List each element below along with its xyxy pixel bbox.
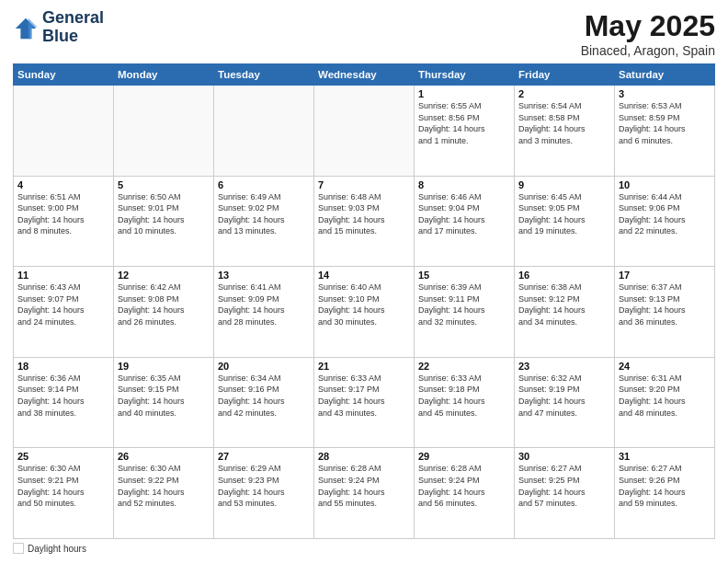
- day-info: Sunrise: 6:31 AM Sunset: 9:20 PM Dayligh…: [619, 373, 711, 419]
- calendar-cell: 19Sunrise: 6:35 AM Sunset: 9:15 PM Dayli…: [114, 357, 214, 448]
- day-info: Sunrise: 6:34 AM Sunset: 9:16 PM Dayligh…: [218, 373, 310, 419]
- calendar-cell: 15Sunrise: 6:39 AM Sunset: 9:11 PM Dayli…: [415, 267, 515, 358]
- week-row-4: 18Sunrise: 6:36 AM Sunset: 9:14 PM Dayli…: [14, 357, 715, 448]
- calendar-cell: 25Sunrise: 6:30 AM Sunset: 9:21 PM Dayli…: [14, 448, 114, 539]
- day-info: Sunrise: 6:49 AM Sunset: 9:02 PM Dayligh…: [218, 191, 310, 237]
- day-info: Sunrise: 6:28 AM Sunset: 9:24 PM Dayligh…: [418, 463, 510, 509]
- day-info: Sunrise: 6:29 AM Sunset: 9:23 PM Dayligh…: [218, 463, 310, 509]
- weekday-wednesday: Wednesday: [314, 64, 415, 86]
- weekday-thursday: Thursday: [415, 64, 515, 86]
- calendar-cell: 5Sunrise: 6:50 AM Sunset: 9:01 PM Daylig…: [114, 176, 214, 267]
- title-month: May 2025: [581, 9, 715, 43]
- day-number: 7: [318, 179, 410, 190]
- day-info: Sunrise: 6:30 AM Sunset: 9:22 PM Dayligh…: [118, 463, 210, 509]
- calendar-cell: 1Sunrise: 6:55 AM Sunset: 8:56 PM Daylig…: [415, 86, 515, 177]
- logo-line1: General: [42, 9, 104, 28]
- day-info: Sunrise: 6:27 AM Sunset: 9:26 PM Dayligh…: [619, 463, 711, 509]
- weekday-friday: Friday: [515, 64, 615, 86]
- weekday-sunday: Sunday: [14, 64, 114, 86]
- day-info: Sunrise: 6:54 AM Sunset: 8:58 PM Dayligh…: [518, 100, 610, 146]
- calendar-cell: [214, 86, 314, 177]
- day-number: 15: [418, 270, 510, 281]
- day-info: Sunrise: 6:39 AM Sunset: 9:11 PM Dayligh…: [418, 282, 510, 327]
- calendar-cell: 17Sunrise: 6:37 AM Sunset: 9:13 PM Dayli…: [615, 267, 715, 358]
- calendar-cell: [314, 86, 415, 177]
- day-info: Sunrise: 6:33 AM Sunset: 9:18 PM Dayligh…: [418, 373, 510, 419]
- day-info: Sunrise: 6:55 AM Sunset: 8:56 PM Dayligh…: [418, 100, 510, 146]
- calendar-cell: [114, 86, 214, 177]
- day-number: 19: [118, 361, 210, 372]
- calendar-cell: 10Sunrise: 6:44 AM Sunset: 9:06 PM Dayli…: [615, 176, 715, 267]
- calendar-cell: 2Sunrise: 6:54 AM Sunset: 8:58 PM Daylig…: [515, 86, 615, 177]
- daylight-legend: Daylight hours: [13, 543, 86, 554]
- week-row-1: 1Sunrise: 6:55 AM Sunset: 8:56 PM Daylig…: [14, 86, 715, 177]
- footer: Daylight hours: [13, 543, 715, 554]
- weekday-monday: Monday: [114, 64, 214, 86]
- day-number: 9: [518, 179, 610, 190]
- calendar-cell: 4Sunrise: 6:51 AM Sunset: 9:00 PM Daylig…: [14, 176, 114, 267]
- calendar-cell: 30Sunrise: 6:27 AM Sunset: 9:25 PM Dayli…: [515, 448, 615, 539]
- day-info: Sunrise: 6:45 AM Sunset: 9:05 PM Dayligh…: [518, 191, 610, 237]
- day-number: 6: [218, 179, 310, 190]
- day-number: 17: [619, 270, 711, 281]
- day-number: 2: [518, 88, 610, 99]
- calendar-cell: 29Sunrise: 6:28 AM Sunset: 9:24 PM Dayli…: [415, 448, 515, 539]
- day-number: 21: [318, 361, 410, 372]
- calendar-cell: 27Sunrise: 6:29 AM Sunset: 9:23 PM Dayli…: [214, 448, 314, 539]
- day-number: 26: [118, 451, 210, 462]
- calendar-cell: 22Sunrise: 6:33 AM Sunset: 9:18 PM Dayli…: [415, 357, 515, 448]
- logo-line2: Blue: [42, 28, 104, 46]
- calendar-cell: [14, 86, 114, 177]
- calendar-cell: 11Sunrise: 6:43 AM Sunset: 9:07 PM Dayli…: [14, 267, 114, 358]
- calendar-cell: 18Sunrise: 6:36 AM Sunset: 9:14 PM Dayli…: [14, 357, 114, 448]
- day-number: 5: [118, 179, 210, 190]
- calendar-cell: 23Sunrise: 6:32 AM Sunset: 9:19 PM Dayli…: [515, 357, 615, 448]
- day-number: 13: [218, 270, 310, 281]
- calendar-cell: 28Sunrise: 6:28 AM Sunset: 9:24 PM Dayli…: [314, 448, 415, 539]
- day-info: Sunrise: 6:35 AM Sunset: 9:15 PM Dayligh…: [118, 373, 210, 419]
- weekday-tuesday: Tuesday: [214, 64, 314, 86]
- day-info: Sunrise: 6:44 AM Sunset: 9:06 PM Dayligh…: [619, 191, 711, 237]
- page: General Blue May 2025 Binaced, Aragon, S…: [0, 0, 728, 563]
- day-info: Sunrise: 6:46 AM Sunset: 9:04 PM Dayligh…: [418, 191, 510, 237]
- day-info: Sunrise: 6:37 AM Sunset: 9:13 PM Dayligh…: [619, 282, 711, 327]
- day-number: 3: [619, 88, 711, 99]
- title-block: May 2025 Binaced, Aragon, Spain: [581, 9, 715, 58]
- weekday-header-row: SundayMondayTuesdayWednesdayThursdayFrid…: [14, 64, 715, 86]
- day-number: 11: [17, 270, 109, 281]
- day-info: Sunrise: 6:43 AM Sunset: 9:07 PM Dayligh…: [17, 282, 109, 327]
- logo-icon: [13, 16, 39, 41]
- day-info: Sunrise: 6:50 AM Sunset: 9:01 PM Dayligh…: [118, 191, 210, 237]
- calendar-cell: 21Sunrise: 6:33 AM Sunset: 9:17 PM Dayli…: [314, 357, 415, 448]
- logo-text: General Blue: [42, 9, 104, 46]
- day-info: Sunrise: 6:40 AM Sunset: 9:10 PM Dayligh…: [318, 282, 410, 327]
- day-info: Sunrise: 6:48 AM Sunset: 9:03 PM Dayligh…: [318, 191, 410, 237]
- day-info: Sunrise: 6:51 AM Sunset: 9:00 PM Dayligh…: [17, 191, 109, 237]
- calendar-cell: 31Sunrise: 6:27 AM Sunset: 9:26 PM Dayli…: [615, 448, 715, 539]
- day-info: Sunrise: 6:30 AM Sunset: 9:21 PM Dayligh…: [17, 463, 109, 509]
- day-number: 31: [619, 451, 711, 462]
- week-row-2: 4Sunrise: 6:51 AM Sunset: 9:00 PM Daylig…: [14, 176, 715, 267]
- header: General Blue May 2025 Binaced, Aragon, S…: [13, 9, 715, 58]
- day-number: 12: [118, 270, 210, 281]
- day-number: 29: [418, 451, 510, 462]
- day-info: Sunrise: 6:41 AM Sunset: 9:09 PM Dayligh…: [218, 282, 310, 327]
- day-number: 22: [418, 361, 510, 372]
- week-row-5: 25Sunrise: 6:30 AM Sunset: 9:21 PM Dayli…: [14, 448, 715, 539]
- calendar-cell: 26Sunrise: 6:30 AM Sunset: 9:22 PM Dayli…: [114, 448, 214, 539]
- day-number: 4: [17, 179, 109, 190]
- legend-label: Daylight hours: [28, 544, 86, 554]
- day-number: 28: [318, 451, 410, 462]
- day-info: Sunrise: 6:53 AM Sunset: 8:59 PM Dayligh…: [619, 100, 711, 146]
- calendar-cell: 8Sunrise: 6:46 AM Sunset: 9:04 PM Daylig…: [415, 176, 515, 267]
- day-number: 10: [619, 179, 711, 190]
- logo: General Blue: [13, 9, 104, 46]
- day-number: 18: [17, 361, 109, 372]
- calendar-cell: 16Sunrise: 6:38 AM Sunset: 9:12 PM Dayli…: [515, 267, 615, 358]
- day-number: 25: [17, 451, 109, 462]
- day-info: Sunrise: 6:33 AM Sunset: 9:17 PM Dayligh…: [318, 373, 410, 419]
- day-number: 23: [518, 361, 610, 372]
- day-info: Sunrise: 6:28 AM Sunset: 9:24 PM Dayligh…: [318, 463, 410, 509]
- calendar-cell: 6Sunrise: 6:49 AM Sunset: 9:02 PM Daylig…: [214, 176, 314, 267]
- calendar-cell: 20Sunrise: 6:34 AM Sunset: 9:16 PM Dayli…: [214, 357, 314, 448]
